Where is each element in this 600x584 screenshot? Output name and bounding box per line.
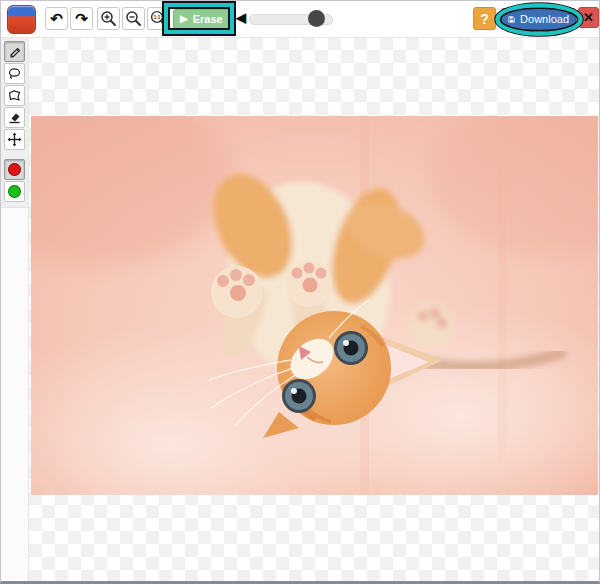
color-red-button[interactable] (4, 159, 25, 180)
polygon-lasso-icon (7, 88, 22, 103)
zoom-actual-size-icon: 1:1 (150, 10, 167, 27)
zoom-in-icon (100, 10, 117, 27)
help-button[interactable]: ? (473, 7, 496, 30)
zoom-in-button[interactable] (97, 7, 120, 30)
erase-button-label: Erase (193, 13, 223, 25)
brush-size-slider[interactable] (249, 14, 333, 25)
tool-lasso-button[interactable] (4, 63, 25, 84)
collapse-panel-arrow[interactable]: ◀ (236, 10, 246, 25)
lasso-icon (7, 66, 22, 81)
top-toolbar: ↶ ↷ 1:1 (1, 1, 599, 38)
tool-move-button[interactable] (4, 129, 25, 150)
save-floppy-icon (508, 13, 515, 26)
kitten-photo[interactable] (31, 116, 598, 495)
tool-sidebar (1, 37, 29, 581)
tool-eraser-button[interactable] (4, 107, 25, 128)
inpaint-editor-window: ↶ ↷ 1:1 (0, 0, 600, 584)
close-button[interactable]: ✕ (578, 7, 599, 28)
green-dot-icon (8, 185, 21, 198)
download-button-label: Download (520, 13, 569, 25)
redo-icon: ↷ (75, 11, 88, 26)
erase-button[interactable]: ▶ Erase (173, 9, 232, 29)
app-logo-icon (7, 5, 36, 34)
move-icon (7, 132, 22, 147)
redo-button[interactable]: ↷ (70, 7, 93, 30)
close-icon: ✕ (583, 11, 594, 24)
slider-handle[interactable] (308, 10, 325, 27)
undo-button[interactable]: ↶ (45, 7, 68, 30)
color-green-button[interactable] (4, 181, 25, 202)
eraser-icon (7, 110, 22, 125)
tool-panel (1, 37, 28, 208)
tool-marker-button[interactable] (4, 41, 25, 62)
zoom-out-icon (125, 10, 142, 27)
zoom-actual-size-button[interactable]: 1:1 (147, 7, 170, 30)
svg-text:1:1: 1:1 (154, 15, 161, 20)
zoom-out-button[interactable] (122, 7, 145, 30)
marker-icon (7, 44, 22, 59)
undo-icon: ↶ (50, 11, 63, 26)
help-button-label: ? (480, 12, 489, 26)
download-button[interactable]: Download (501, 8, 576, 30)
tool-polygon-lasso-button[interactable] (4, 85, 25, 106)
red-dot-icon (8, 163, 21, 176)
play-icon: ▶ (180, 14, 188, 24)
